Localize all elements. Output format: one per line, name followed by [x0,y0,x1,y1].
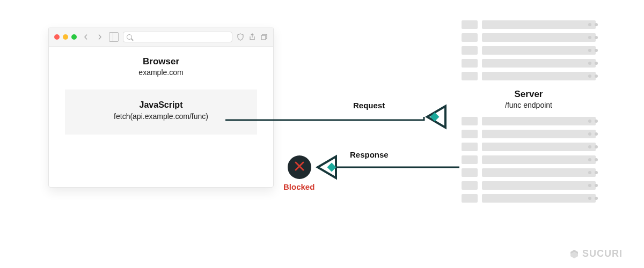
javascript-title: JavaScript [70,100,252,110]
svg-rect-1 [430,113,440,122]
server-label: Server /func endpoint [462,89,596,109]
server-endpoint: /func endpoint [462,101,596,109]
forward-icon [95,32,105,42]
share-icon [248,33,256,41]
browser-card: Browser example.com JavaScript fetch(api… [48,27,274,188]
minimize-icon [63,34,68,40]
javascript-code: fetch(api.example.com/func) [70,112,252,121]
server-title: Server [462,89,596,100]
server-block: Server /func endpoint [462,20,596,203]
javascript-panel: JavaScript fetch(api.example.com/func) [65,90,257,135]
brand-logo: SUCURI [569,248,623,259]
traffic-lights [54,34,77,40]
close-icon [54,34,60,40]
blocked-badge [288,155,311,179]
logo-text: SUCURI [582,248,623,259]
browser-title: Browser [60,56,262,67]
shield-icon [237,33,244,41]
back-icon [81,32,91,42]
tabs-icon [260,33,268,41]
server-rack-top [462,20,596,80]
address-bar [123,32,232,42]
browser-body: Browser example.com JavaScript fetch(api… [49,47,273,144]
request-label: Request [353,101,385,110]
browser-domain: example.com [60,68,262,77]
svg-rect-2 [327,163,336,172]
svg-rect-0 [261,35,266,40]
blocked-text: Blocked [283,182,314,191]
response-label: Response [350,150,389,159]
search-icon [127,34,132,40]
sidebar-toggle-icon [109,32,119,42]
logo-icon [569,249,579,259]
browser-toolbar [49,27,273,47]
server-rack-bottom [462,117,596,203]
close-x-icon [294,160,305,174]
maximize-icon [71,34,77,40]
